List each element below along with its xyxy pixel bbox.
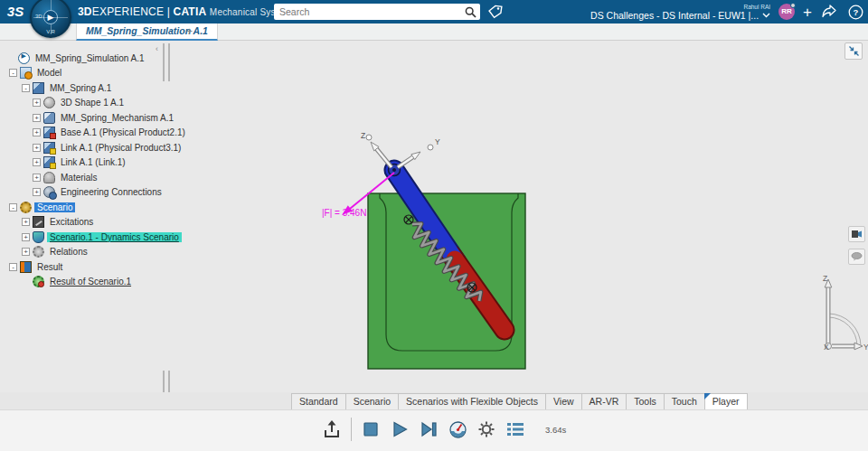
tab-player[interactable]: Player bbox=[704, 393, 748, 410]
tree-item-mm-spring[interactable]: -MM_Spring A.1 bbox=[4, 80, 188, 96]
tree-item-base[interactable]: +Base A.1 (Physical Product2.1) bbox=[4, 126, 188, 141]
panel-splitter-bottom[interactable] bbox=[163, 371, 170, 392]
tree-item-label[interactable]: Excitations bbox=[47, 217, 96, 227]
expander[interactable]: - bbox=[9, 69, 17, 77]
tree-item-mechanism[interactable]: +MM_Spring_Mechanism A.1 bbox=[4, 110, 188, 126]
expander[interactable]: + bbox=[33, 188, 41, 196]
expander[interactable]: - bbox=[9, 263, 17, 271]
tab-ar-vr[interactable]: AR-VR bbox=[581, 393, 627, 410]
search-input[interactable] bbox=[274, 6, 465, 17]
comment-button[interactable] bbox=[848, 249, 865, 265]
expander[interactable]: + bbox=[33, 158, 41, 166]
tab-scenario[interactable]: Scenario bbox=[345, 393, 399, 410]
base-block[interactable] bbox=[368, 193, 525, 369]
tree-item-materials[interactable]: +Materials bbox=[4, 170, 188, 185]
step-forward-icon[interactable] bbox=[420, 420, 438, 438]
workspace-switcher[interactable]: Rahul RAI DS Challenges - DS Internal - … bbox=[590, 3, 770, 21]
tree-collapse-chevron[interactable]: ‹ bbox=[156, 44, 158, 53]
list-icon[interactable] bbox=[506, 421, 524, 437]
tree-item-model[interactable]: -Model bbox=[4, 66, 188, 81]
compass-play-icon[interactable]: ▶ bbox=[43, 10, 58, 24]
tab-mm-spring-simulation[interactable]: MM_Spring_Simulation A.1 bbox=[76, 23, 218, 41]
restore-viewport-button[interactable] bbox=[844, 42, 863, 60]
tree-item-label[interactable]: Scenario bbox=[34, 202, 75, 212]
product-cube-red-icon bbox=[43, 127, 55, 138]
tree-item-scenario[interactable]: -Scenario bbox=[4, 200, 188, 215]
search-box[interactable] bbox=[274, 4, 480, 20]
tab-standard[interactable]: Standard bbox=[291, 393, 346, 410]
expander[interactable]: + bbox=[33, 144, 41, 152]
tree-item-label[interactable]: Engineering Connections bbox=[58, 187, 165, 197]
expander[interactable]: + bbox=[33, 114, 41, 122]
restore-window-icon[interactable] bbox=[848, 45, 860, 57]
tree-item-label[interactable]: Link A.1 (Link.1) bbox=[58, 157, 128, 167]
panel-splitter-top[interactable] bbox=[163, 43, 170, 81]
search-icon[interactable] bbox=[465, 6, 476, 18]
expander[interactable]: - bbox=[9, 203, 17, 211]
tab-tools[interactable]: Tools bbox=[626, 393, 665, 410]
share-arrow-icon[interactable] bbox=[821, 5, 837, 19]
expander[interactable]: + bbox=[33, 99, 41, 107]
tree-item-label[interactable]: Model bbox=[34, 68, 64, 78]
tree-item-3d-shape[interactable]: +3D Shape 1 A.1 bbox=[4, 96, 188, 111]
tree-item-result-of-scenario[interactable]: Result of Scenario.1 bbox=[4, 275, 188, 290]
tree-item-excitations[interactable]: +Excitations bbox=[4, 215, 188, 230]
step-forward-button[interactable] bbox=[419, 418, 439, 440]
tree-item-relations[interactable]: +Relations bbox=[4, 245, 188, 260]
brand-experience: EXPERIENCE bbox=[92, 5, 164, 18]
media-flag-icon[interactable] bbox=[851, 230, 863, 240]
share-button[interactable] bbox=[820, 3, 838, 21]
workspace-label[interactable]: DS Challenges - DS Internal - EUW1 |... bbox=[590, 10, 759, 21]
add-app-button[interactable]: + bbox=[803, 5, 812, 20]
tree-item-label[interactable]: Result of Scenario.1 bbox=[47, 277, 134, 287]
tag-icon[interactable] bbox=[486, 4, 505, 20]
tab-touch[interactable]: Touch bbox=[664, 393, 705, 410]
player-settings-button[interactable] bbox=[476, 418, 496, 440]
tree-item-label[interactable]: Relations bbox=[47, 247, 90, 257]
stop-button[interactable] bbox=[361, 418, 381, 440]
expander[interactable]: - bbox=[22, 84, 30, 92]
tab-scenarios-flexible-objects[interactable]: Scenarios with Flexible Objects bbox=[398, 393, 546, 410]
expander[interactable]: + bbox=[22, 248, 30, 256]
playback-speed-button[interactable] bbox=[448, 418, 467, 440]
world-axis-triad[interactable]: Z X Y bbox=[823, 274, 868, 352]
tree-item-result[interactable]: -Result bbox=[4, 259, 188, 275]
tree-item-dynamics-scenario[interactable]: +Scenario.1 - Dynamics Scenario bbox=[4, 230, 188, 245]
tree-item-label[interactable]: MM_Spring_Simulation A.1 bbox=[33, 53, 147, 63]
chevron-down-icon[interactable] bbox=[762, 13, 770, 18]
tree-item-root[interactable]: MM_Spring_Simulation A.1 bbox=[4, 51, 188, 66]
stop-icon[interactable] bbox=[363, 421, 379, 437]
product-cube-icon bbox=[33, 82, 44, 94]
play-button[interactable] bbox=[390, 418, 410, 440]
gauge-icon[interactable] bbox=[448, 420, 467, 439]
tree-item-label[interactable]: MM_Spring_Mechanism A.1 bbox=[58, 113, 176, 123]
tree-item-link[interactable]: +Link A.1 (Link.1) bbox=[4, 155, 188, 171]
media-capture-button[interactable] bbox=[848, 226, 865, 242]
gear-icon[interactable] bbox=[477, 420, 495, 438]
tree-item-label[interactable]: Link A.1 (Physical Product3.1) bbox=[58, 143, 184, 153]
tree-item-link-product[interactable]: +Link A.1 (Physical Product3.1) bbox=[4, 140, 188, 155]
tab-view[interactable]: View bbox=[545, 393, 582, 410]
tree-item-label[interactable]: Result bbox=[34, 262, 65, 272]
dassault-3ds-logo[interactable]: 3S bbox=[2, 1, 29, 23]
tree-item-eng-connections[interactable]: +Engineering Connections bbox=[4, 185, 188, 201]
tree-item-label[interactable]: Materials bbox=[58, 173, 100, 183]
export-icon[interactable] bbox=[323, 419, 341, 439]
expander[interactable]: + bbox=[22, 218, 30, 226]
tree-item-label[interactable]: 3D Shape 1 A.1 bbox=[58, 98, 127, 108]
tree-item-label[interactable]: Scenario.1 - Dynamics Scenario bbox=[47, 232, 182, 242]
user-avatar[interactable]: RR bbox=[778, 4, 795, 20]
tree-item-label[interactable]: Base A.1 (Physical Product2.1) bbox=[58, 127, 188, 137]
export-results-button[interactable] bbox=[322, 418, 342, 440]
help-button[interactable]: ? bbox=[846, 3, 864, 21]
expander[interactable]: + bbox=[22, 233, 30, 241]
speech-bubble-icon[interactable] bbox=[851, 252, 863, 261]
results-list-button[interactable] bbox=[505, 418, 525, 440]
play-icon[interactable] bbox=[391, 420, 409, 438]
new-tab-button[interactable]: + bbox=[186, 25, 193, 38]
tag-button[interactable] bbox=[486, 4, 505, 20]
tree-item-label[interactable]: MM_Spring A.1 bbox=[47, 83, 114, 93]
expander[interactable]: + bbox=[33, 174, 41, 182]
expander[interactable]: + bbox=[33, 128, 41, 136]
help-icon[interactable]: ? bbox=[848, 5, 863, 20]
